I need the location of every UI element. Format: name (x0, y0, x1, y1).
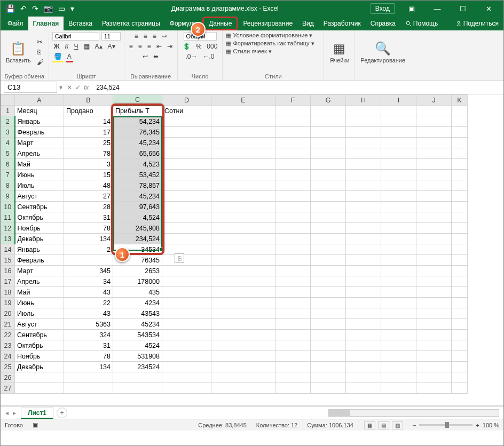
editing-button[interactable]: 🔍 Редактирование (358, 40, 407, 65)
cell-I7[interactable] (381, 170, 416, 180)
cell-G10[interactable] (311, 202, 346, 212)
cell-E4[interactable] (211, 138, 275, 148)
cell-C11[interactable]: 4,524 (113, 212, 162, 223)
cell-H24[interactable] (346, 351, 381, 362)
italic-button[interactable]: К (64, 42, 70, 51)
cell-H8[interactable] (346, 180, 381, 191)
cell-F11[interactable] (275, 212, 311, 223)
cell-B4[interactable]: 25 (64, 138, 113, 148)
align-bottom-icon[interactable]: ≡ (151, 32, 158, 41)
cell-I20[interactable] (381, 308, 416, 319)
cell-H19[interactable] (346, 298, 381, 308)
cell-D9[interactable] (162, 191, 211, 202)
cell-H15[interactable] (346, 255, 381, 266)
align-center-icon[interactable]: ≡ (137, 42, 144, 51)
cell-A10[interactable]: Сентябрь (15, 202, 64, 212)
horizontal-scrollbar[interactable] (67, 409, 503, 417)
macro-record-icon[interactable]: ▣ (33, 421, 38, 428)
tab-share[interactable]: Поделиться (451, 17, 503, 30)
cell-D15[interactable] (162, 255, 211, 266)
tab-data[interactable]: Данные (202, 17, 238, 30)
cell-A19[interactable]: Июнь (15, 298, 64, 308)
cell-H7[interactable] (346, 170, 381, 180)
cut-icon[interactable]: ✂ (35, 37, 45, 46)
normal-view-icon[interactable]: ▦ (364, 421, 375, 429)
row-header-16[interactable]: 16 (1, 266, 15, 276)
qat-dropdown-icon[interactable]: ▾ (70, 4, 74, 13)
align-middle-icon[interactable]: ≡ (142, 32, 149, 41)
font-size-input[interactable] (101, 32, 121, 41)
cells-button[interactable]: ▦ Ячейки (327, 40, 351, 65)
cell-A3[interactable]: Февраль (15, 127, 64, 138)
cell-I19[interactable] (381, 298, 416, 308)
cell-I1[interactable] (381, 106, 416, 116)
cell-E16[interactable] (211, 266, 275, 276)
cell-B16[interactable]: 345 (64, 266, 113, 276)
cell-J26[interactable] (416, 372, 452, 383)
cell-K23[interactable] (452, 340, 468, 351)
cell-B6[interactable]: 3 (64, 159, 113, 170)
zoom-slider[interactable] (419, 424, 472, 426)
decrease-font-icon[interactable]: A▾ (106, 42, 117, 51)
cell-F21[interactable] (275, 319, 311, 330)
row-header-10[interactable]: 10 (1, 202, 15, 212)
cell-G12[interactable] (311, 223, 346, 234)
cell-B15[interactable] (64, 255, 113, 266)
cell-K25[interactable] (452, 362, 468, 372)
cell-C3[interactable]: 76,345 (113, 127, 162, 138)
cell-J22[interactable] (416, 330, 452, 340)
autofill-options-icon[interactable]: ⎘ (175, 253, 184, 263)
cell-E19[interactable] (211, 298, 275, 308)
cell-H12[interactable] (346, 223, 381, 234)
cell-F3[interactable] (275, 127, 311, 138)
cell-G3[interactable] (311, 127, 346, 138)
cell-B9[interactable]: 27 (64, 191, 113, 202)
cell-K1[interactable] (452, 106, 468, 116)
close-button[interactable]: ✕ (477, 1, 500, 17)
cell-E27[interactable] (211, 383, 275, 394)
cell-E24[interactable] (211, 351, 275, 362)
col-header-F[interactable]: F (275, 95, 311, 106)
cell-F16[interactable] (275, 266, 311, 276)
cell-G20[interactable] (311, 308, 346, 319)
page-layout-view-icon[interactable]: ▤ (378, 421, 389, 429)
cell-I13[interactable] (381, 234, 416, 244)
cell-B26[interactable] (64, 372, 113, 383)
cell-I8[interactable] (381, 180, 416, 191)
tab-view[interactable]: Вид (297, 17, 319, 30)
cell-A26[interactable] (15, 372, 64, 383)
align-right-icon[interactable]: ≡ (146, 42, 153, 51)
cell-C26[interactable] (113, 372, 162, 383)
cell-B27[interactable] (64, 383, 113, 394)
cell-K19[interactable] (452, 298, 468, 308)
cell-J11[interactable] (416, 212, 452, 223)
cell-J9[interactable] (416, 191, 452, 202)
cell-A7[interactable]: Июнь (15, 170, 64, 180)
cell-H21[interactable] (346, 319, 381, 330)
cell-D21[interactable] (162, 319, 211, 330)
cell-F13[interactable] (275, 234, 311, 244)
row-header-9[interactable]: 9 (1, 191, 15, 202)
comma-icon[interactable]: 000 (205, 42, 219, 51)
cell-J23[interactable] (416, 340, 452, 351)
col-header-E[interactable]: E (211, 95, 275, 106)
worksheet-grid[interactable]: ABCDEFGHIJK1МесяцПроданоПрибыль ТСотни2Я… (1, 94, 503, 406)
cell-D26[interactable] (162, 372, 211, 383)
row-header-20[interactable]: 20 (1, 308, 15, 319)
col-header-K[interactable]: K (452, 95, 468, 106)
cell-H11[interactable] (346, 212, 381, 223)
cell-F26[interactable] (275, 372, 311, 383)
cell-E9[interactable] (211, 191, 275, 202)
cell-D16[interactable] (162, 266, 211, 276)
cell-H10[interactable] (346, 202, 381, 212)
cell-B25[interactable]: 134 (64, 362, 113, 372)
cell-I17[interactable] (381, 276, 416, 287)
cell-K8[interactable] (452, 180, 468, 191)
tab-review[interactable]: Рецензирование (238, 17, 297, 30)
touch-mode-icon[interactable]: ▭ (58, 4, 65, 13)
cell-F24[interactable] (275, 351, 311, 362)
cell-J1[interactable] (416, 106, 452, 116)
wrap-text-icon[interactable]: ↩ (141, 52, 149, 61)
tab-insert[interactable]: Вставка (64, 17, 97, 30)
cell-A25[interactable]: Декабрь (15, 362, 64, 372)
